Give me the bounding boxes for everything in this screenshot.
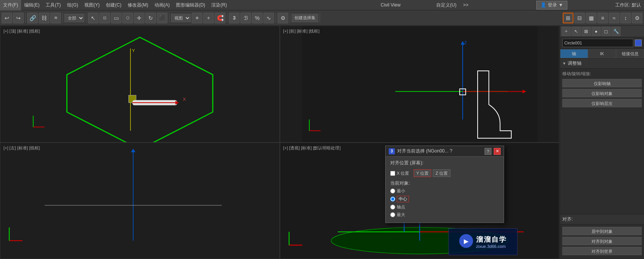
- menu-modifier[interactable]: 修改器(M): [125, 0, 151, 10]
- watermark-title: 溜溜自学: [476, 235, 507, 244]
- login-button[interactable]: 👤 登录 ▼: [536, 1, 567, 10]
- menu-file[interactable]: 文件(F): [0, 0, 21, 10]
- dialog-help-button[interactable]: ?: [485, 148, 491, 155]
- menu-customize[interactable]: 自定义(U): [433, 0, 460, 10]
- menu-animation[interactable]: 动画(A): [151, 0, 173, 10]
- radio-max[interactable]: [390, 212, 395, 217]
- menu-tools[interactable]: 工具(T): [43, 0, 64, 10]
- lasso-select-button[interactable]: ⬡: [122, 13, 133, 23]
- menu-edit[interactable]: 编辑(E): [21, 0, 43, 10]
- z-position-button[interactable]: Z 位置: [433, 169, 450, 177]
- menu-render[interactable]: 渲染(R): [208, 0, 230, 10]
- x-position-checkbox[interactable]: [390, 171, 395, 176]
- radio-min[interactable]: [390, 189, 395, 193]
- svg-text:X: X: [183, 97, 186, 102]
- svg-rect-11: [302, 26, 537, 142]
- section-arrow-icon: ▼: [562, 61, 566, 66]
- align-position-label: 对齐位置 (屏幕):: [390, 160, 499, 166]
- rp-select-button[interactable]: ↖: [572, 27, 581, 36]
- affect-hierarchy-button[interactable]: 仅影响层次: [562, 99, 642, 107]
- user-icon: 👤: [540, 2, 546, 8]
- align-to-object-button[interactable]: 对齐到对象: [562, 237, 642, 245]
- viewport-top[interactable]: [+] [顶] [标准] [线框] Y X: [0, 26, 280, 143]
- table-button[interactable]: ▦: [586, 13, 596, 23]
- hierarchy-button[interactable]: ⚙: [278, 13, 288, 23]
- affect-axis-button[interactable]: 仅影响轴: [562, 79, 642, 87]
- arc-button[interactable]: ∿: [263, 13, 274, 23]
- menu-graph-editor[interactable]: 图形编辑器(D): [173, 0, 209, 10]
- toolbar: ↩ ↪ 🔗 ⛓ ≋ 全部 ↖ ⊡ ▭ ⬡ ✛ ↻ ⬛ 视图 ⊕ ＋ 🧲 3 ℬ …: [0, 10, 644, 26]
- viewport-left[interactable]: [+] [左] [标准] [线框]: [0, 143, 280, 259]
- move-button[interactable]: ✛: [134, 13, 145, 23]
- wave-button[interactable]: ≈: [609, 13, 619, 23]
- radio-min-label: 最小: [397, 188, 405, 194]
- view-dropdown[interactable]: 视图: [171, 14, 191, 22]
- rp-tool-button[interactable]: 🔧: [611, 27, 621, 36]
- dialog-close-button[interactable]: ✕: [494, 148, 501, 155]
- percent-button[interactable]: %: [252, 13, 263, 23]
- settings-button[interactable]: ⚙: [632, 13, 642, 23]
- play-icon: ▶: [464, 238, 468, 245]
- rp-add-button[interactable]: ＋: [562, 27, 571, 36]
- rp-rect-button[interactable]: ◻: [601, 27, 611, 36]
- radio-axis-row: 轴点: [390, 204, 499, 210]
- viewport-front[interactable]: [+] [前] [标准] [线框] Z X: [280, 26, 560, 143]
- y-position-button[interactable]: Y 位置: [414, 169, 431, 177]
- arrow-button[interactable]: ↕: [620, 13, 631, 23]
- curve-button[interactable]: ℬ: [240, 13, 251, 23]
- redo-button[interactable]: ↪: [13, 13, 24, 23]
- rotate-button[interactable]: ↻: [145, 13, 156, 23]
- viewport-layout-button[interactable]: ⊞: [563, 13, 573, 23]
- align-to-world-button[interactable]: 对齐到世界: [562, 247, 642, 255]
- rp-sphere-button[interactable]: ●: [591, 27, 601, 36]
- menu-view[interactable]: 视图(Y): [81, 0, 103, 10]
- radio-axis[interactable]: [390, 205, 395, 210]
- plus-button[interactable]: ＋: [203, 13, 214, 23]
- rp-hierarchy-button[interactable]: ⊠: [582, 27, 591, 36]
- object-name-input[interactable]: [562, 39, 633, 47]
- tab-ik[interactable]: IK: [588, 49, 616, 58]
- radio-center-row: 中心: [390, 196, 499, 202]
- login-label: 登录: [548, 2, 557, 8]
- tab-link-info[interactable]: 链接信息: [616, 49, 644, 58]
- object-color-swatch[interactable]: [635, 39, 642, 46]
- align-dialog: 3 对齐当前选择 (NGon00... ? ? ✕ 对齐位置 (屏幕): X 位…: [385, 146, 504, 223]
- vp-left-svg: [0, 143, 279, 259]
- filter-dropdown[interactable]: 全部: [64, 14, 84, 22]
- link-button[interactable]: 🔗: [27, 13, 38, 23]
- grid-button[interactable]: ⊟: [574, 13, 585, 23]
- create-selection-set-button[interactable]: 创建选择集: [292, 14, 318, 22]
- center-to-object-button[interactable]: 居中到对象: [562, 227, 642, 235]
- scale-button[interactable]: ⬛: [157, 13, 168, 23]
- chart-button[interactable]: ≡: [597, 13, 608, 23]
- tab-axis[interactable]: 轴: [560, 49, 588, 58]
- toolbar-separator-5: [227, 13, 227, 23]
- dialog-body: 对齐位置 (屏幕): X 位置 Y 位置 Z 位置 当前对象: 最小 中心 轴点…: [386, 157, 504, 223]
- pivot-button[interactable]: ⊕: [192, 13, 202, 23]
- watermark-logo: ▶: [459, 234, 473, 248]
- toolbar-separator-4: [169, 13, 169, 23]
- select-button[interactable]: ↖: [88, 13, 99, 23]
- menu-civil-view[interactable]: Civil View: [381, 0, 401, 10]
- toolbar-separator-8: [320, 13, 320, 23]
- menu-bar: 文件(F) 编辑(E) 工具(T) 组(G) 视图(Y) 创建(C) 修改器(M…: [0, 0, 644, 10]
- svg-rect-22: [0, 143, 279, 258]
- menu-group[interactable]: 组(G): [64, 0, 81, 10]
- user-area: 👤 登录 ▼: [536, 0, 567, 10]
- radio-center[interactable]: [390, 197, 395, 202]
- bind-button[interactable]: ≋: [50, 13, 61, 23]
- toolbar-separator-6: [276, 13, 276, 23]
- menu-create[interactable]: 创建(C): [103, 0, 125, 10]
- dialog-title: 对齐当前选择 (NGon00... ?: [397, 148, 482, 154]
- affect-object-button[interactable]: 仅影响对象: [562, 89, 642, 97]
- unlink-button[interactable]: ⛓: [39, 13, 49, 23]
- menu-more[interactable]: >>: [460, 0, 472, 10]
- select-region-button[interactable]: ⊡: [99, 13, 110, 23]
- rp-tabs: 轴 IK 链接信息: [560, 49, 644, 59]
- num3-button[interactable]: 3: [229, 13, 240, 23]
- rect-select-button[interactable]: ▭: [111, 13, 122, 23]
- undo-button[interactable]: ↩: [2, 13, 12, 23]
- toolbar-separator-3: [86, 13, 86, 23]
- viewports: [+] [顶] [标准] [线框] Y X: [0, 26, 560, 259]
- snap-button[interactable]: 🧲: [215, 13, 225, 23]
